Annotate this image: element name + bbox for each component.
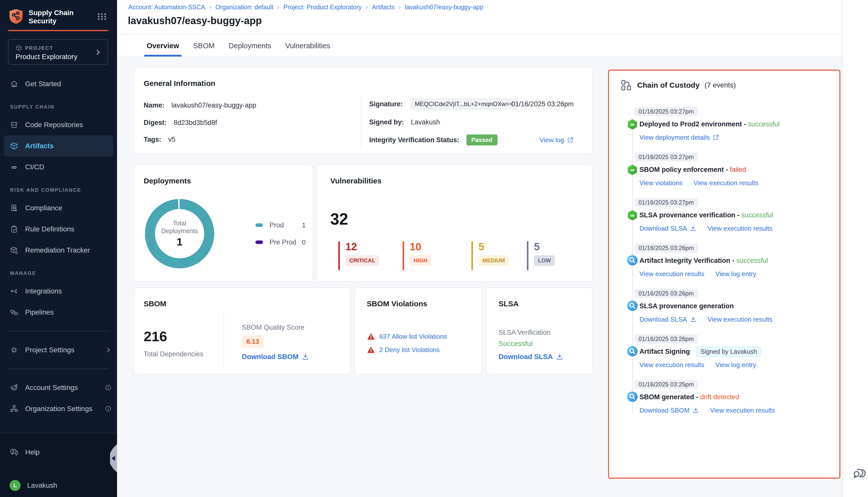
sidebar-header: Supply Chain Security xyxy=(0,0,117,33)
sidebar-item-get-started[interactable]: Get Started xyxy=(0,73,117,95)
download-slsa-link[interactable]: Download SLSA xyxy=(639,316,696,323)
event-title: SBOM generated - drift detected xyxy=(639,392,839,402)
layers-gear-icon xyxy=(10,383,18,392)
pipeline-hexagon-icon: ∞ xyxy=(627,164,638,176)
sidebar-item-integrations[interactable]: Integrations xyxy=(0,281,117,302)
severity-count: 5 xyxy=(478,241,484,252)
sidebar-item-remediation-tracker[interactable]: Remediation Tracker xyxy=(0,240,117,261)
external-link-icon xyxy=(713,134,719,141)
view-execution-results-link[interactable]: View execution results xyxy=(694,179,758,187)
app-switcher-grid-icon[interactable] xyxy=(97,12,107,22)
project-selector[interactable]: PROJECT Product Exploratory xyxy=(8,39,108,65)
allow-list-violations-link[interactable]: 637 Allow list Violations xyxy=(379,333,447,340)
integrity-status-label: Integrity Verification Status: xyxy=(369,136,459,144)
download-sbom-link[interactable]: Download SBOM xyxy=(242,353,309,361)
download-sbom-link[interactable]: Download SBOM xyxy=(639,407,699,414)
sbom-card: SBOM 216 Total Dependencies SBOM Quality… xyxy=(134,287,350,374)
donut-total-value: 1 xyxy=(176,236,182,248)
view-log-entry-link[interactable]: View log entry xyxy=(715,361,756,369)
breadcrumb-account[interactable]: Account: Automation-SSCA xyxy=(128,3,205,11)
sidebar-item-label: Pipelines xyxy=(25,308,54,316)
sidebar-item-organization-settings[interactable]: Organization Settings xyxy=(0,398,117,420)
sidebar-item-pipelines[interactable]: Pipelines xyxy=(0,302,117,323)
pipeline-hexagon-icon: ∞ xyxy=(627,118,638,131)
custody-event: 01/16/2025 03:26pm SLSA provenance gener… xyxy=(609,289,839,324)
scan-circle-icon xyxy=(627,300,638,313)
main-area: Account: Automation-SSCA › Organization:… xyxy=(117,0,868,497)
severity-high: 10 HIGH xyxy=(403,241,432,270)
gear-icon xyxy=(10,345,18,355)
scan-circle-icon xyxy=(627,391,638,403)
product-title: Supply Chain Security xyxy=(29,9,86,25)
tab-deployments[interactable]: Deployments xyxy=(228,35,272,57)
view-execution-results-link[interactable]: View execution results xyxy=(710,407,775,414)
breadcrumb-project[interactable]: Project: Product Exploratory xyxy=(284,3,362,11)
integrations-icon xyxy=(10,287,18,296)
event-status: failed xyxy=(730,166,746,174)
app-window: Supply Chain Security PROJECT Product xyxy=(0,0,868,497)
sidebar-item-code-repositories[interactable]: Code Repositories xyxy=(0,114,117,136)
user-avatar: L xyxy=(10,480,20,491)
breadcrumb-artifact-name[interactable]: lavakush07/easy-buggy-app xyxy=(405,3,483,11)
help-chat-icon xyxy=(10,448,18,457)
info-circle-icon[interactable] xyxy=(104,384,112,392)
help-button[interactable]: Help xyxy=(10,448,40,457)
sidebar-item-account-settings[interactable]: Account Settings xyxy=(0,377,117,398)
sbom-quality-score-badge: 6.13 xyxy=(242,335,264,348)
view-execution-results-link[interactable]: View execution results xyxy=(639,270,704,278)
card-title: Vulnerabilities xyxy=(330,176,381,185)
info-circle-icon[interactable] xyxy=(104,405,112,413)
chevron-right-icon xyxy=(94,48,102,56)
event-timestamp: 01/16/2025 03:27pm xyxy=(634,198,698,207)
pipeline-hexagon-icon: ∞ xyxy=(627,209,638,222)
breadcrumb-separator: › xyxy=(399,3,401,11)
severity-critical: 12 CRITICAL xyxy=(338,241,379,270)
tab-vulnerabilities[interactable]: Vulnerabilities xyxy=(284,35,331,57)
sidebar-item-project-settings[interactable]: Project Settings xyxy=(0,339,117,360)
download-slsa-link[interactable]: Download SLSA xyxy=(639,225,696,232)
chain-of-custody-icon xyxy=(621,79,632,92)
view-execution-results-link[interactable]: View execution results xyxy=(639,361,704,369)
deny-list-violations-link[interactable]: 2 Deny list Violations xyxy=(379,346,440,354)
sidebar-item-compliance[interactable]: Compliance xyxy=(0,198,117,218)
severity-count: 12 xyxy=(345,241,357,252)
view-execution-results-link[interactable]: View execution results xyxy=(708,316,772,323)
severity-label: CRITICAL xyxy=(345,255,379,266)
digest-value: 8d23bd3b5d8f xyxy=(174,119,217,127)
view-log-link[interactable]: View log xyxy=(539,136,574,144)
custody-event: ∞ 01/16/2025 03:27pm SLSA provenance ver… xyxy=(609,198,839,233)
chain-of-custody-panel: Chain of Custody (7 events) ∞ 01/16/2025… xyxy=(608,70,840,479)
scan-circle-icon xyxy=(627,345,638,358)
view-violations-link[interactable]: View violations xyxy=(639,179,683,187)
event-title: Artifact Integrity Verification - succes… xyxy=(639,255,839,266)
event-status: drift detected xyxy=(700,393,739,401)
name-label: Name: xyxy=(144,101,164,109)
sidebar-item-artifacts[interactable]: Artifacts xyxy=(4,136,113,157)
tab-overview[interactable]: Overview xyxy=(146,35,180,57)
panel-event-count: (7 events) xyxy=(705,81,736,89)
tab-bar: Overview SBOM Deployments Vulnerabilitie… xyxy=(117,35,868,57)
view-log-entry-link[interactable]: View log entry xyxy=(715,270,756,278)
user-menu[interactable]: L Lavakush xyxy=(10,480,57,491)
legend-label: Pre Prod xyxy=(270,239,296,246)
vertical-divider xyxy=(223,312,224,366)
sidebar-item-rule-definitions[interactable]: Rule Definitions xyxy=(0,218,117,240)
download-slsa-link[interactable]: Download SLSA xyxy=(498,353,563,361)
breadcrumb-organization[interactable]: Organization: default xyxy=(215,3,273,11)
event-status: successful xyxy=(741,211,773,219)
signed-by-badge: Signed by Lavakush xyxy=(696,346,762,357)
slsa-verification-status: Successful xyxy=(498,340,533,348)
severity-count: 5 xyxy=(534,241,540,252)
sidebar-item-cicd[interactable]: ∞ CI/CD xyxy=(0,157,117,178)
support-chat-icon[interactable] xyxy=(852,465,867,480)
view-deployment-details-link[interactable]: View deployment details xyxy=(639,134,719,141)
breadcrumb-artifacts[interactable]: Artifacts xyxy=(372,3,394,11)
event-status: successful xyxy=(748,120,780,128)
view-execution-results-link[interactable]: View execution results xyxy=(708,225,772,232)
tab-sbom[interactable]: SBOM xyxy=(192,35,216,57)
card-title: SBOM Violations xyxy=(367,299,427,308)
severity-count: 10 xyxy=(410,241,421,252)
svg-text:∞: ∞ xyxy=(631,121,634,128)
severity-medium: 5 MEDIUM xyxy=(472,241,509,270)
severity-bar xyxy=(527,241,529,270)
